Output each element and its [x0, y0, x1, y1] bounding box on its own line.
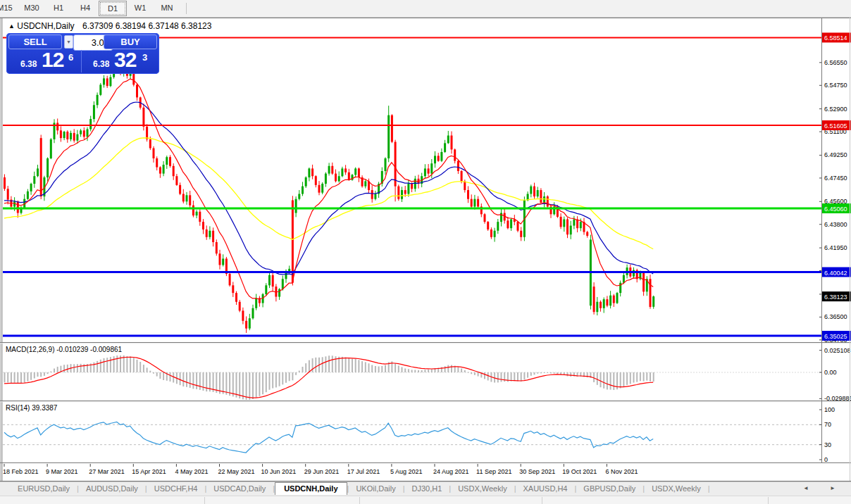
buy-button[interactable]: BUY	[104, 34, 157, 49]
status-bar	[0, 496, 851, 504]
timeframe-button-m15[interactable]: M15	[0, 0, 18, 15]
time-axis-label: 27 Mar 2021	[89, 468, 125, 475]
chart-tab-usdx-weekly[interactable]: USDX,Weekly	[645, 482, 707, 494]
time-axis-label: 24 Aug 2021	[433, 468, 469, 475]
chart-tab-ukoil-daily[interactable]: UKOil,Daily	[349, 482, 402, 494]
chart-tab-xauusd-h4[interactable]: XAUUSD,H4	[516, 482, 575, 494]
time-axis-label: 10 Jun 2021	[261, 468, 297, 475]
price-axis-label: 6.47450	[824, 175, 847, 182]
time-axis-label: 4 May 2021	[175, 468, 208, 475]
svg-text:6.38123: 6.38123	[824, 294, 847, 301]
time-axis-label: 22 May 2021	[218, 468, 255, 475]
chart-tab-eurusd-daily[interactable]: EURUSD,Daily	[11, 482, 77, 494]
bid-price-pips: 12	[42, 48, 63, 72]
tab-scroll-arrows[interactable]: ◄ ►	[803, 485, 845, 491]
chart-symbol-period: USDCNH,Daily	[17, 21, 74, 31]
time-axis-label: 11 Sep 2021	[476, 468, 511, 475]
rsi-axis-label: 0	[824, 456, 828, 463]
svg-text:6.58514: 6.58514	[824, 34, 847, 42]
rsi-indicator-label: RSI(14) 39.3387	[6, 404, 57, 412]
price-axis-label: 6.56550	[824, 59, 847, 66]
price-axis-label: 6.49250	[824, 151, 847, 158]
timeframe-button-m30[interactable]: M30	[18, 0, 45, 15]
svg-text:6.40042: 6.40042	[824, 270, 847, 277]
timeframe-button-h4[interactable]: H4	[72, 0, 99, 15]
price-axis-label: 6.54750	[824, 82, 847, 89]
timeframe-toolbar: M15M30H1H4D1W1MN	[0, 0, 851, 18]
statusbar-divider	[768, 497, 769, 504]
time-axis-label: 17 Jul 2021	[347, 468, 380, 475]
chart-tab-usdx-weekly[interactable]: USDX,Weekly	[451, 482, 514, 494]
bid-price-point: 6	[68, 52, 73, 63]
chart-title: ▲ USDCNH,Daily 6.37309 6.38194 6.37148 6…	[8, 21, 211, 31]
price-axis-label: 6.52900	[824, 106, 847, 113]
svg-text:6.35025: 6.35025	[824, 333, 847, 340]
ask-price[interactable]: 6.38 32 3	[83, 50, 156, 73]
time-axis-label: 6 Nov 2021	[605, 468, 638, 475]
timeframe-button-d1[interactable]: D1	[99, 1, 127, 16]
tab-separator: |	[708, 482, 710, 493]
volume-decrease-button[interactable]: ▼	[64, 35, 73, 49]
ask-price-base: 6.38	[93, 59, 109, 69]
chart-ohlc-values: 6.37309 6.38194 6.37148 6.38123	[82, 21, 212, 31]
chart-tabs: EURUSD,Daily|AUDUSD,Daily|USDCHF,H4|USDC…	[11, 482, 709, 491]
timeframe-button-w1[interactable]: W1	[127, 0, 154, 15]
ask-price-pips: 32	[114, 48, 136, 72]
bid-price[interactable]: 6.38 12 6	[8, 50, 82, 73]
time-axis-label: 30 Sep 2021	[519, 468, 555, 475]
rsi-axis-label: 100	[824, 406, 835, 413]
chart-tab-bar: EURUSD,Daily|AUDUSD,Daily|USDCHF,H4|USDC…	[0, 481, 851, 496]
timeframe-button-mn[interactable]: MN	[154, 0, 180, 15]
svg-text:6.51605: 6.51605	[824, 122, 847, 130]
rsi-axis-label: 30	[824, 441, 831, 448]
time-axis-label: 9 Mar 2021	[46, 468, 78, 475]
bid-price-base: 6.38	[20, 59, 37, 69]
price-axis-label: 6.41950	[824, 244, 847, 251]
macd-indicator-label: MACD(12,26,9) -0.010239 -0.009861	[6, 346, 122, 353]
price-axis-label: 6.36500	[824, 313, 847, 320]
svg-text:6.45060: 6.45060	[824, 206, 847, 213]
time-axis-label: 5 Aug 2021	[390, 468, 423, 475]
ask-price-point: 3	[142, 52, 147, 63]
chart-tab-usdcad-daily[interactable]: USDCAD,Daily	[206, 482, 273, 494]
price-axis-label: 6.43800	[824, 221, 847, 228]
chart-tab-gbpusd-daily[interactable]: GBPUSD,Daily	[576, 482, 642, 494]
chart-tab-usdchf-h4[interactable]: USDCHF,H4	[147, 482, 205, 494]
trade-widget-controls: SELL ▼ 3.00 ▲ BUY	[6, 33, 159, 50]
mt4-workspace: 6.565506.547506.529006.511006.492506.474…	[0, 0, 851, 504]
statusbar-divider	[204, 497, 205, 504]
timeframe-buttons: M15M30H1H4D1W1MN	[0, 0, 191, 17]
timeframe-button-h1[interactable]: H1	[45, 0, 72, 15]
macd-axis-label: 0.00	[824, 369, 837, 376]
time-axis-label: 19 Oct 2021	[562, 468, 597, 475]
sell-button[interactable]: SELL	[8, 34, 62, 49]
macd-axis-label: 0.025108	[824, 347, 851, 354]
toolbar-separator	[186, 3, 187, 14]
chart-tab-dj30-h1[interactable]: DJ30,H1	[405, 482, 449, 494]
time-axis-label: 29 Jun 2021	[304, 468, 340, 475]
bid-ask-prices: 6.38 12 6 6.38 32 3	[6, 50, 159, 74]
one-click-trading-widget: SELL ▼ 3.00 ▲ BUY 6.38 12 6 6.38 32 3	[6, 33, 159, 74]
time-axis-label: 18 Feb 2021	[3, 468, 39, 475]
chart-tab-usdcnh-daily[interactable]: USDCNH,Daily	[275, 482, 347, 495]
rsi-axis-label: 70	[824, 421, 831, 428]
time-axis-label: 15 Apr 2021	[132, 468, 166, 475]
chart-tab-audusd-daily[interactable]: AUDUSD,Daily	[79, 482, 145, 494]
collapse-triangle-icon[interactable]: ▲	[8, 23, 15, 30]
statusbar-divider	[359, 497, 360, 504]
statusbar-divider	[542, 497, 542, 504]
chart-canvas[interactable]: 6.565506.547506.529006.511006.492506.474…	[0, 0, 851, 504]
